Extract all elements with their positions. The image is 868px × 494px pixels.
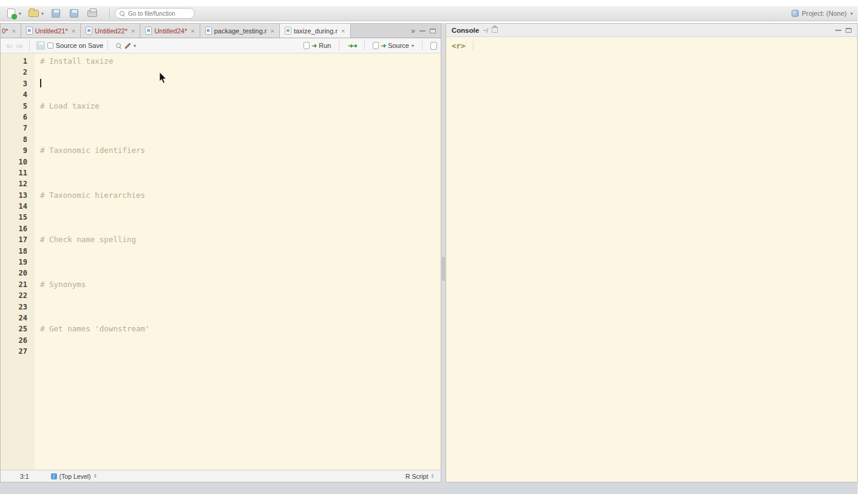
goto-file-function-input[interactable]	[128, 10, 190, 17]
mouse-cursor	[159, 72, 167, 84]
console-body[interactable]: <r>	[446, 37, 857, 482]
line-number: 26	[1, 335, 27, 346]
code-line[interactable]	[40, 223, 441, 234]
tab-label: taxize_during.r	[294, 27, 337, 35]
close-icon[interactable]: ×	[131, 27, 135, 35]
console-caret	[473, 41, 474, 50]
source-on-save-toggle[interactable]: Source on Save	[47, 42, 103, 49]
code-line[interactable]	[40, 201, 441, 212]
code-line[interactable]: # Taxonomic identifiers	[40, 145, 441, 156]
editor-tab[interactable]: 0*×	[1, 24, 21, 38]
print-button[interactable]	[86, 8, 98, 19]
run-arrow-icon: ➜	[311, 42, 317, 50]
back-icon[interactable]: ⇦	[6, 41, 13, 50]
close-icon[interactable]: ×	[72, 27, 75, 35]
editor-tab[interactable]: RUntitled24*×	[140, 24, 200, 38]
close-icon[interactable]: ×	[341, 27, 345, 35]
source-on-save-checkbox[interactable]	[47, 42, 53, 49]
chevron-down-icon[interactable]: ▾	[412, 43, 414, 49]
save-all-button[interactable]	[68, 8, 80, 19]
minimize-pane-icon[interactable]	[835, 30, 841, 31]
save-all-icon	[70, 9, 78, 18]
close-icon[interactable]: ×	[191, 27, 194, 35]
maximize-pane-icon[interactable]	[846, 28, 852, 33]
save-button[interactable]	[50, 8, 62, 19]
close-icon[interactable]: ×	[270, 27, 274, 35]
editor-tab[interactable]: RUntitled22*×	[81, 24, 140, 38]
chevron-down-icon[interactable]: ▾	[134, 43, 136, 49]
run-doc-icon	[303, 42, 310, 49]
code-line[interactable]	[40, 268, 441, 279]
code-line[interactable]	[40, 212, 441, 223]
run-button[interactable]: ➜ Run	[303, 42, 331, 50]
code-line[interactable]	[40, 78, 441, 89]
editor-tab[interactable]: Rtaxize_during.r×	[280, 24, 351, 38]
code-line[interactable]	[40, 112, 441, 123]
comment-text: # Install taxize	[40, 56, 113, 66]
line-number: 25	[1, 323, 27, 334]
code-line[interactable]	[40, 67, 441, 78]
line-number: 14	[1, 201, 27, 212]
main-toolbar: ▾ ▾ Project: (None) ▾	[0, 6, 858, 21]
r-script-icon: R	[205, 27, 212, 35]
code-line[interactable]	[40, 346, 441, 357]
code-line[interactable]: # Synonyms	[40, 279, 441, 290]
line-number: 27	[1, 346, 27, 357]
project-menu-button[interactable]: Project: (None) ▾	[792, 10, 853, 17]
home-icon[interactable]	[492, 28, 498, 33]
save-icon	[52, 9, 60, 18]
code-line[interactable]: # Taxonomic hierarchies	[40, 190, 441, 201]
console-title: Console	[452, 27, 479, 34]
open-file-button[interactable]: ▾	[27, 8, 44, 19]
code-line[interactable]	[40, 313, 441, 323]
chevron-down-icon[interactable]: ▾	[41, 11, 44, 16]
r-script-icon: R	[285, 27, 291, 35]
goto-file-function-box[interactable]	[115, 8, 195, 19]
search-icon	[120, 11, 125, 16]
pane-splitter[interactable]	[441, 23, 446, 482]
source-button[interactable]: ➜ Source ▾	[373, 42, 414, 50]
rerun-icon[interactable]: ➜➜	[347, 42, 356, 50]
line-number: 21	[1, 279, 27, 290]
file-type-selector[interactable]: R Script ⇕	[405, 473, 435, 480]
code-line[interactable]	[40, 157, 441, 167]
code-line[interactable]	[40, 134, 441, 145]
maximize-pane-icon[interactable]	[430, 29, 436, 33]
code-tools-icon[interactable]	[125, 42, 133, 50]
toolbar-divider	[109, 8, 110, 19]
tab-overflow-icon[interactable]: »	[411, 27, 415, 35]
scope-selector[interactable]: ƒ (Top Level) ⇕	[51, 473, 98, 480]
chevron-down-icon[interactable]: ▾	[19, 11, 21, 16]
code-line[interactable]	[40, 167, 441, 178]
code-line[interactable]: # Install taxize	[40, 56, 441, 67]
splitter-handle[interactable]	[442, 257, 445, 281]
close-icon[interactable]: ×	[12, 27, 15, 35]
code-line[interactable]: # Check name spelling	[40, 234, 441, 245]
code-line[interactable]	[40, 123, 441, 134]
code-editor[interactable]: 1234567891011121314151617181920212223242…	[1, 53, 441, 470]
rstudio-window: ▾ ▾ Project: (None) ▾	[0, 0, 858, 494]
find-replace-icon[interactable]	[116, 43, 121, 49]
compile-notebook-icon[interactable]	[430, 42, 437, 50]
editor-toolbar: ⇦ ⇨ Source on Save ▾ ➜ Run	[1, 38, 441, 53]
line-number: 12	[1, 178, 27, 189]
code-line[interactable]	[40, 246, 441, 257]
line-number: 23	[1, 302, 27, 313]
code-line[interactable]	[40, 302, 441, 313]
forward-icon[interactable]: ⇨	[16, 41, 23, 50]
code-line[interactable]	[40, 89, 441, 100]
line-number: 8	[1, 134, 27, 145]
minimize-pane-icon[interactable]	[419, 30, 426, 32]
editor-code-area[interactable]: # Install taxize# Load taxize# Taxonomic…	[35, 53, 441, 470]
editor-tab[interactable]: Rpackage_testing.r×	[200, 24, 280, 38]
code-line[interactable]	[40, 178, 441, 189]
new-file-button[interactable]: ▾	[5, 8, 21, 19]
editor-tab[interactable]: RUntitled21*×	[21, 24, 81, 38]
code-line[interactable]: # Load taxize	[40, 101, 441, 112]
code-line[interactable]	[40, 335, 441, 346]
code-line[interactable]	[40, 257, 441, 268]
save-icon[interactable]	[36, 41, 45, 50]
code-line[interactable]: # Get names 'downstream'	[40, 323, 441, 334]
code-line[interactable]	[40, 290, 441, 301]
updown-icon: ⇕	[430, 473, 435, 479]
